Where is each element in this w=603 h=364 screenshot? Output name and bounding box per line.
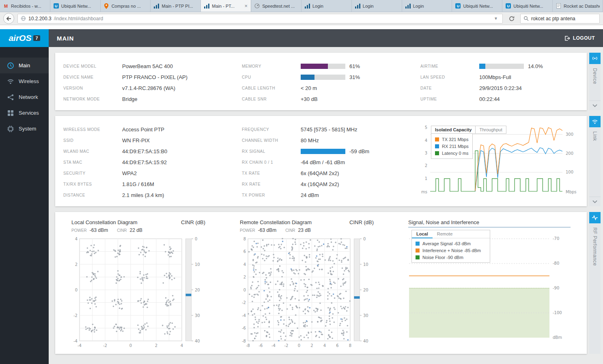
browser-tab-label: Ubiquiti Netw... — [61, 4, 97, 9]
gmail-favicon: M — [3, 3, 9, 9]
legend-label: RX 211 Mbps — [442, 144, 469, 149]
logo-text: airOS — [9, 33, 31, 43]
field-label: RX SIGNAL — [242, 149, 301, 154]
browser-tab[interactable]: Speedtest.net ... — [251, 0, 302, 12]
svg-text:-6: -6 — [242, 326, 246, 330]
pin-favicon — [103, 3, 110, 9]
field-row: TX POWER24 dBm — [242, 190, 420, 201]
sidebar-item-services[interactable]: Services — [0, 105, 49, 121]
back-button[interactable] — [3, 13, 14, 24]
browser-tab-label: Login — [312, 4, 349, 9]
sidebar-item-wireless[interactable]: Wireless — [0, 73, 49, 89]
wifi-icon — [589, 116, 601, 127]
svg-text:0: 0 — [298, 343, 300, 348]
field-label: CPU — [242, 75, 301, 79]
site-icon — [21, 16, 26, 21]
capacity-chart-tab[interactable]: Isolated Capacity — [431, 126, 476, 133]
field-row: DATE29/9/2015 0:22:34 — [420, 83, 579, 94]
field-row: UPTIME00:22:44 — [420, 94, 579, 105]
cinr-label: CINR — [117, 228, 127, 233]
browser-tab-label: Rocket ac Datashe... — [564, 4, 600, 9]
search-icon — [523, 16, 529, 21]
svg-text:Mbps: Mbps — [566, 190, 577, 194]
progress-bar — [479, 64, 524, 69]
url-bar[interactable]: 10.2.200.3/index.html#dashboard ▼ — [17, 14, 503, 24]
svg-text:-2: -2 — [242, 300, 246, 305]
field-value: -59 dBm — [349, 148, 369, 154]
sidebar-item-main[interactable]: Main — [0, 58, 49, 73]
browser-tab[interactable]: Rocket ac Datashe... — [553, 0, 603, 12]
browser-tab[interactable]: Login — [352, 0, 402, 12]
dashboard-content: DEVICE MODELPowerBeam 5AC 400DEVICE NAME… — [49, 47, 603, 364]
svg-text:4: 4 — [243, 262, 246, 267]
field-label: DEVICE MODEL — [63, 64, 122, 69]
cinr-value: 22 dB — [130, 227, 142, 233]
svg-text:4: 4 — [323, 343, 326, 348]
rf-performance-panel: Local Constellation DiagramCINR (dB) POW… — [55, 212, 601, 354]
field-row: RX CHAIN 0 / 1-64 dBm / -61 dBm — [242, 157, 420, 168]
speedtest-favicon — [254, 3, 260, 9]
browser-tab[interactable]: Login — [402, 0, 452, 12]
signal-favicon — [355, 3, 361, 9]
progress-bar — [301, 64, 345, 69]
sidebar-item-network[interactable]: Network — [0, 89, 49, 105]
field-label: LAN SPEED — [420, 75, 479, 79]
signal-favicon — [153, 3, 159, 9]
capacity-chart-zone: Isolated CapacityThroughput TX 321 MbpsR… — [420, 121, 579, 201]
field-row: CPU31% — [242, 72, 420, 83]
svg-text:0: 0 — [129, 343, 132, 348]
svg-text:-70: -70 — [553, 236, 559, 241]
signal-noise-widget: LocalRemote Average Signal -63 dBmInterf… — [411, 230, 490, 263]
browser-tab[interactable]: UUbiquiti Netw... — [502, 0, 553, 12]
sidebar-item-label: Wireless — [19, 78, 39, 84]
svg-text:2: 2 — [243, 275, 246, 279]
power-value: -63 dBm — [90, 227, 108, 233]
field-row: DISTANCE2.1 miles (3.4 km) — [63, 190, 242, 201]
constellation-title: Remote Constellation Diagram — [240, 219, 312, 227]
reload-button[interactable] — [506, 13, 517, 24]
browser-tab[interactable]: UUbiquiti Netw... — [50, 0, 101, 12]
sidebar-item-system[interactable]: System — [0, 121, 49, 137]
svg-text:8: 8 — [243, 237, 246, 241]
field-row: RX SIGNAL-59 dBm — [242, 146, 420, 157]
field-label: SECURITY — [63, 171, 122, 176]
svg-text:-6: -6 — [259, 343, 263, 348]
url-dropdown-icon[interactable]: ▼ — [492, 16, 500, 21]
device-collapse-button[interactable] — [589, 101, 601, 110]
link-side-tab[interactable]: Link — [589, 116, 601, 206]
legend-label: Average Signal -63 dBm — [422, 241, 471, 246]
tab-close-icon[interactable]: × — [244, 3, 248, 9]
browser-tab[interactable]: Main - PT...× — [201, 0, 251, 12]
browser-tab[interactable]: Compras no ... — [101, 0, 151, 12]
logout-button[interactable]: LOGOUT — [564, 35, 595, 41]
rf-performance-side-tab[interactable]: RF Performance — [589, 212, 601, 354]
power-label: POWER — [240, 228, 255, 233]
constellation-plot: -8-8-6-6-4-4-2-20022446688 — [240, 236, 353, 351]
svg-text:1: 1 — [425, 176, 427, 181]
browser-tab[interactable]: Main - PTP PI... — [151, 0, 201, 12]
signal-noise-tab-remote[interactable]: Remote — [433, 230, 457, 238]
browser-tab-label: Login — [413, 4, 449, 9]
svg-text:2: 2 — [155, 343, 157, 348]
capacity-chart-tab[interactable]: Throughput — [476, 126, 506, 133]
field-value: 100Mbps-Full — [479, 74, 511, 80]
svg-text:-8: -8 — [242, 339, 246, 343]
link-collapse-button[interactable] — [589, 197, 601, 206]
field-row: DEVICE MODELPowerBeam 5AC 400 — [63, 61, 242, 72]
browser-tab[interactable]: MRecibidos - w... — [0, 0, 50, 12]
svg-text:-2: -2 — [103, 343, 107, 348]
svg-text:4: 4 — [75, 237, 78, 241]
signal-noise-tab-local[interactable]: Local — [412, 230, 433, 238]
browser-tab[interactable]: UUbiquiti Netw... — [452, 0, 502, 12]
svg-text:3: 3 — [425, 151, 427, 155]
field-label: TX/RX BYTES — [63, 182, 122, 186]
field-label: MEMORY — [242, 64, 301, 69]
browser-tab[interactable]: Login — [302, 0, 352, 12]
field-value: 44:D9:E7:5A:15:92 — [122, 159, 167, 165]
field-row: STA MAC44:D9:E7:5A:15:92 — [63, 157, 242, 168]
device-side-tab[interactable]: Device — [589, 53, 601, 110]
field-label: DEVICE NAME — [63, 75, 122, 79]
svg-text:30: 30 — [195, 313, 200, 318]
svg-text:0: 0 — [75, 288, 78, 292]
search-input[interactable] — [531, 16, 597, 21]
